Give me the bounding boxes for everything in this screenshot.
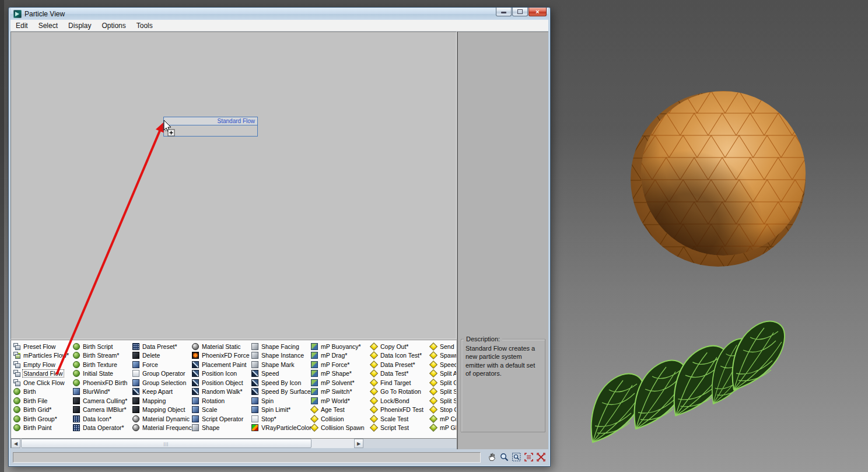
depot-item[interactable]: Position Icon [192,369,251,379]
depot-item[interactable]: Shape Facing [251,342,311,351]
depot-item[interactable]: Data Preset* [370,360,430,369]
zoom-cancel-tool-icon[interactable] [536,452,546,463]
depot-item[interactable]: Speed [251,369,311,379]
zoom-tool-icon[interactable] [499,452,509,463]
depot-item[interactable]: Birth Stream* [73,351,132,361]
depot-item[interactable]: VRayParticleColor [251,424,311,433]
depot-item[interactable]: Stop* [251,414,311,424]
depot-item[interactable]: Lock/Bond [370,396,430,405]
depot-item[interactable]: Age Test [311,405,370,415]
menu-item-edit[interactable]: Edit [10,21,33,30]
depot-item[interactable]: Shape Instance [251,351,311,361]
standard-flow-node[interactable]: Standard Flow [163,117,258,137]
menu-item-tools[interactable]: Tools [131,21,158,30]
depot-item[interactable]: Spin Limit* [251,405,311,415]
region-zoom-tool-icon[interactable] [511,452,522,463]
depot-item[interactable]: mP Force* [311,360,370,369]
depot-item[interactable]: Group Selection [132,378,192,387]
depot-item[interactable]: Script Test [370,424,430,433]
depot-item[interactable]: Delete [132,351,192,361]
menu-item-options[interactable]: Options [96,21,131,30]
depot-item[interactable]: PhoenixFD Force [192,351,251,361]
depot-item[interactable]: mP Solvent* [311,378,370,387]
depot-item[interactable]: Mapping Object [132,405,192,415]
menu-item-display[interactable]: Display [63,21,96,30]
depot-item[interactable]: Scale Test [370,414,430,424]
title-bar[interactable]: Particle View × [10,8,548,20]
restore-button[interactable] [512,8,528,16]
depot-item[interactable]: Keep Apart [132,387,192,397]
depot-item[interactable]: Material Dynamic [132,414,192,424]
close-button[interactable]: × [528,8,547,16]
depot-item[interactable]: Spawn [430,351,457,361]
depot-item[interactable]: Speed [430,360,457,369]
depot-item[interactable]: Send [430,342,457,351]
scroll-right-arrow-icon[interactable]: ▶ [354,439,363,448]
scroll-left-arrow-icon[interactable]: ◀ [11,439,20,448]
depot-item[interactable]: Shape Mark [251,360,311,369]
depot-item[interactable]: mP World* [311,396,370,405]
depot-item[interactable]: Material Static [192,342,251,351]
depot-item[interactable]: Spin [251,396,311,405]
depot-item[interactable]: Script Operator [192,414,251,424]
depot-item[interactable]: Birth Texture [73,360,132,369]
depot-item[interactable]: mP Drag* [311,351,370,361]
depot-item[interactable]: Position Object [192,378,251,387]
depot-item[interactable]: Data Icon* [73,414,132,424]
depot-item[interactable]: Group Operator [132,369,192,379]
event-canvas[interactable]: Standard Flow [10,32,457,340]
depot-item[interactable]: Split S [430,396,457,405]
depot-item[interactable]: Initial State [73,369,132,379]
depot-item[interactable]: Camera IMBlur* [73,405,132,415]
depot-item[interactable]: Collision Spawn [311,424,370,433]
depot-item[interactable]: Data Icon Test* [370,351,430,361]
depot-item[interactable]: Split G [430,378,457,387]
menu-item-select[interactable]: Select [33,21,63,30]
depot-item[interactable]: BlurWind* [73,387,132,397]
depot-item[interactable]: mP Buoyancy* [311,342,370,351]
depot-item[interactable]: Data Preset* [132,342,192,351]
depot-item[interactable]: Birth Grid* [13,405,73,415]
depot-item[interactable]: mP Glu [430,424,457,433]
scrollbar-track[interactable]: ||| [20,439,354,448]
depot-item[interactable]: Placement Paint [192,360,251,369]
depot-item[interactable]: mP Shape* [311,369,370,379]
depot-item[interactable]: One Click Flow [13,378,73,387]
minimize-button[interactable] [496,8,512,16]
depot-item[interactable]: Rotation [192,396,251,405]
depot-item[interactable]: Material Frequency [132,424,192,433]
depot-item[interactable]: Stop G [430,405,457,415]
depot-item[interactable]: Copy Out* [370,342,430,351]
depot-item[interactable]: Birth File [13,396,73,405]
depot-item[interactable]: Standard Flow [13,369,73,379]
depot-item[interactable]: Data Test* [370,369,430,379]
depot-item[interactable]: Split A [430,369,457,379]
scrollbar-thumb[interactable]: ||| [21,439,312,448]
depot-item[interactable]: Camera Culling* [73,396,132,405]
depot-item[interactable]: Data Operator* [73,424,132,433]
depot-item[interactable]: mP Switch* [311,387,370,397]
depot-item[interactable]: Force [132,360,192,369]
depot-item[interactable]: PhoenixFD Test [370,405,430,415]
depot-scrollbar[interactable]: ◀ ||| ▶ [10,439,457,448]
depot-item[interactable]: Find Target [370,378,430,387]
depot-item[interactable]: Split S [430,387,457,397]
depot-item[interactable]: Empty Flow [13,360,73,369]
depot-item[interactable]: Scale [192,405,251,415]
depot-item[interactable]: Collision [311,414,370,424]
depot-item[interactable]: Random Walk* [192,387,251,397]
zoom-extents-tool-icon[interactable] [523,452,534,463]
depot-item[interactable]: Shape [192,424,251,433]
depot-item[interactable]: mParticles Flow* [13,351,73,361]
depot-item[interactable]: Birth Paint [13,424,73,433]
depot-item[interactable]: Go To Rotation [370,387,430,397]
depot-item[interactable]: Birth Group* [13,414,73,424]
depot-item[interactable]: PhoenixFD Birth [73,378,132,387]
depot-item[interactable]: Preset Flow [13,342,73,351]
depot-item[interactable]: mP Co [430,414,457,424]
depot-item[interactable]: Speed By Icon [251,378,311,387]
pan-tool-icon[interactable] [487,452,497,463]
depot-item[interactable]: Mapping [132,396,192,405]
depot-item[interactable]: Birth Script [73,342,132,351]
depot-item[interactable]: Speed By Surface [251,387,311,397]
